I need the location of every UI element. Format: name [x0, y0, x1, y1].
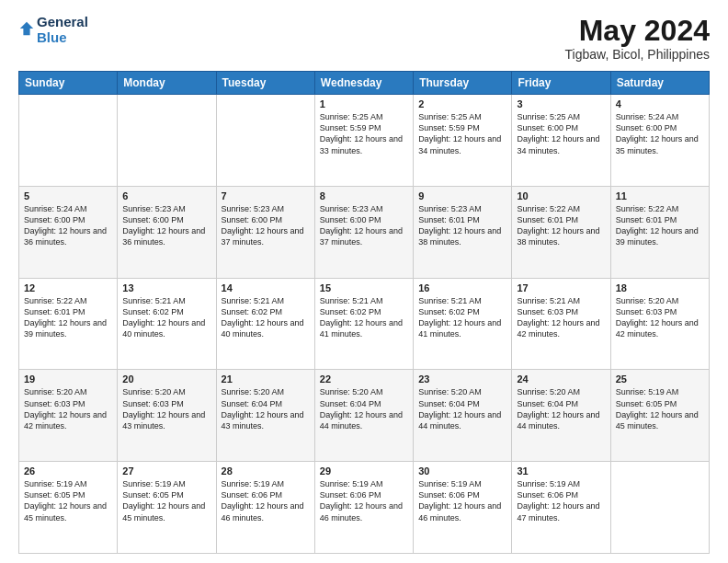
calendar-cell: 16Sunrise: 5:21 AMSunset: 6:02 PMDayligh… [414, 278, 512, 370]
day-info: Sunrise: 5:24 AMSunset: 6:00 PMDaylight:… [24, 203, 112, 248]
day-info: Sunrise: 5:19 AMSunset: 6:06 PMDaylight:… [320, 478, 408, 523]
calendar-cell: 21Sunrise: 5:20 AMSunset: 6:04 PMDayligh… [216, 370, 314, 462]
calendar-table: SundayMondayTuesdayWednesdayThursdayFrid… [18, 71, 710, 554]
calendar-cell: 1Sunrise: 5:25 AMSunset: 5:59 PMDaylight… [314, 95, 413, 187]
logo: General Blue [18, 15, 88, 45]
day-number: 20 [122, 373, 210, 385]
subtitle: Tigbaw, Bicol, Philippines [565, 47, 710, 62]
calendar-cell: 20Sunrise: 5:20 AMSunset: 6:03 PMDayligh… [118, 370, 216, 462]
col-header-wednesday: Wednesday [314, 72, 413, 95]
day-info: Sunrise: 5:24 AMSunset: 6:00 PMDaylight:… [616, 111, 704, 156]
day-info: Sunrise: 5:20 AMSunset: 6:04 PMDaylight:… [418, 386, 506, 431]
day-info: Sunrise: 5:22 AMSunset: 6:01 PMDaylight:… [517, 203, 605, 248]
day-number: 19 [24, 373, 112, 385]
day-number: 3 [517, 98, 605, 109]
col-header-sunday: Sunday [19, 72, 118, 95]
calendar-cell: 12Sunrise: 5:22 AMSunset: 6:01 PMDayligh… [19, 278, 118, 370]
day-info: Sunrise: 5:21 AMSunset: 6:02 PMDaylight:… [222, 295, 310, 340]
calendar-cell: 7Sunrise: 5:23 AMSunset: 6:00 PMDaylight… [216, 186, 314, 278]
day-info: Sunrise: 5:21 AMSunset: 6:02 PMDaylight:… [320, 295, 408, 340]
day-number: 26 [24, 465, 112, 477]
day-info: Sunrise: 5:22 AMSunset: 6:01 PMDaylight:… [616, 203, 704, 248]
day-info: Sunrise: 5:21 AMSunset: 6:02 PMDaylight:… [418, 295, 506, 340]
day-info: Sunrise: 5:23 AMSunset: 6:00 PMDaylight:… [222, 203, 310, 248]
day-number: 21 [222, 373, 310, 385]
day-number: 5 [24, 190, 112, 201]
col-header-tuesday: Tuesday [216, 72, 314, 95]
col-header-thursday: Thursday [414, 72, 512, 95]
day-number: 27 [122, 465, 210, 477]
day-number: 18 [616, 282, 704, 293]
day-info: Sunrise: 5:19 AMSunset: 6:06 PMDaylight:… [222, 478, 310, 523]
day-info: Sunrise: 5:25 AMSunset: 5:59 PMDaylight:… [320, 111, 408, 156]
day-info: Sunrise: 5:20 AMSunset: 6:03 PMDaylight:… [122, 386, 210, 431]
day-info: Sunrise: 5:23 AMSunset: 6:00 PMDaylight:… [320, 203, 408, 248]
day-number: 10 [517, 190, 605, 201]
page: General Blue May 2024 Tigbaw, Bicol, Phi… [0, 0, 728, 563]
calendar-cell: 17Sunrise: 5:21 AMSunset: 6:03 PMDayligh… [512, 278, 610, 370]
calendar-cell: 11Sunrise: 5:22 AMSunset: 6:01 PMDayligh… [610, 186, 709, 278]
calendar-cell: 13Sunrise: 5:21 AMSunset: 6:02 PMDayligh… [118, 278, 216, 370]
day-number: 6 [122, 190, 210, 201]
day-number: 16 [418, 282, 506, 293]
day-number: 24 [517, 373, 605, 385]
calendar-cell: 4Sunrise: 5:24 AMSunset: 6:00 PMDaylight… [610, 95, 709, 187]
day-info: Sunrise: 5:23 AMSunset: 6:01 PMDaylight:… [418, 203, 506, 248]
day-number: 2 [418, 98, 506, 109]
calendar-cell: 24Sunrise: 5:20 AMSunset: 6:04 PMDayligh… [512, 370, 610, 462]
calendar-cell [610, 462, 709, 554]
col-header-saturday: Saturday [610, 72, 709, 95]
calendar-cell: 26Sunrise: 5:19 AMSunset: 6:05 PMDayligh… [19, 462, 118, 554]
day-info: Sunrise: 5:19 AMSunset: 6:05 PMDaylight:… [122, 478, 210, 523]
day-info: Sunrise: 5:19 AMSunset: 6:06 PMDaylight:… [517, 478, 605, 523]
day-number: 15 [320, 282, 408, 293]
title-block: May 2024 Tigbaw, Bicol, Philippines [565, 15, 710, 62]
day-info: Sunrise: 5:20 AMSunset: 6:04 PMDaylight:… [320, 386, 408, 431]
calendar-cell [216, 95, 314, 187]
calendar-cell: 19Sunrise: 5:20 AMSunset: 6:03 PMDayligh… [19, 370, 118, 462]
calendar-cell: 8Sunrise: 5:23 AMSunset: 6:00 PMDaylight… [314, 186, 413, 278]
calendar-cell: 9Sunrise: 5:23 AMSunset: 6:01 PMDaylight… [414, 186, 512, 278]
day-number: 11 [616, 190, 704, 201]
day-info: Sunrise: 5:19 AMSunset: 6:06 PMDaylight:… [418, 478, 506, 523]
day-info: Sunrise: 5:20 AMSunset: 6:04 PMDaylight:… [222, 386, 310, 431]
calendar-cell: 18Sunrise: 5:20 AMSunset: 6:03 PMDayligh… [610, 278, 709, 370]
calendar-cell: 3Sunrise: 5:25 AMSunset: 6:00 PMDaylight… [512, 95, 610, 187]
day-number: 7 [222, 190, 310, 201]
calendar-cell: 10Sunrise: 5:22 AMSunset: 6:01 PMDayligh… [512, 186, 610, 278]
calendar-cell: 6Sunrise: 5:23 AMSunset: 6:00 PMDaylight… [118, 186, 216, 278]
day-number: 17 [517, 282, 605, 293]
logo-text: General Blue [37, 15, 88, 45]
calendar-cell: 31Sunrise: 5:19 AMSunset: 6:06 PMDayligh… [512, 462, 610, 554]
day-number: 29 [320, 465, 408, 477]
day-info: Sunrise: 5:21 AMSunset: 6:03 PMDaylight:… [517, 295, 605, 340]
day-number: 14 [222, 282, 310, 293]
calendar-cell: 25Sunrise: 5:19 AMSunset: 6:05 PMDayligh… [610, 370, 709, 462]
calendar-cell: 5Sunrise: 5:24 AMSunset: 6:00 PMDaylight… [19, 186, 118, 278]
day-number: 25 [616, 373, 704, 385]
day-number: 23 [418, 373, 506, 385]
main-title: May 2024 [565, 15, 710, 47]
day-info: Sunrise: 5:19 AMSunset: 6:05 PMDaylight:… [616, 386, 704, 431]
header: General Blue May 2024 Tigbaw, Bicol, Phi… [18, 15, 710, 62]
calendar-cell: 22Sunrise: 5:20 AMSunset: 6:04 PMDayligh… [314, 370, 413, 462]
day-number: 9 [418, 190, 506, 201]
logo-icon [18, 20, 35, 37]
col-header-friday: Friday [512, 72, 610, 95]
day-info: Sunrise: 5:20 AMSunset: 6:04 PMDaylight:… [517, 386, 605, 431]
svg-marker-0 [20, 21, 33, 34]
calendar-cell: 14Sunrise: 5:21 AMSunset: 6:02 PMDayligh… [216, 278, 314, 370]
calendar-cell [118, 95, 216, 187]
day-number: 31 [517, 465, 605, 477]
day-info: Sunrise: 5:20 AMSunset: 6:03 PMDaylight:… [24, 386, 112, 431]
day-number: 28 [222, 465, 310, 477]
calendar-cell: 15Sunrise: 5:21 AMSunset: 6:02 PMDayligh… [314, 278, 413, 370]
day-number: 8 [320, 190, 408, 201]
day-number: 30 [418, 465, 506, 477]
day-number: 13 [122, 282, 210, 293]
calendar-cell: 30Sunrise: 5:19 AMSunset: 6:06 PMDayligh… [414, 462, 512, 554]
calendar-cell: 29Sunrise: 5:19 AMSunset: 6:06 PMDayligh… [314, 462, 413, 554]
col-header-monday: Monday [118, 72, 216, 95]
day-number: 1 [320, 98, 408, 109]
day-info: Sunrise: 5:25 AMSunset: 6:00 PMDaylight:… [517, 111, 605, 156]
